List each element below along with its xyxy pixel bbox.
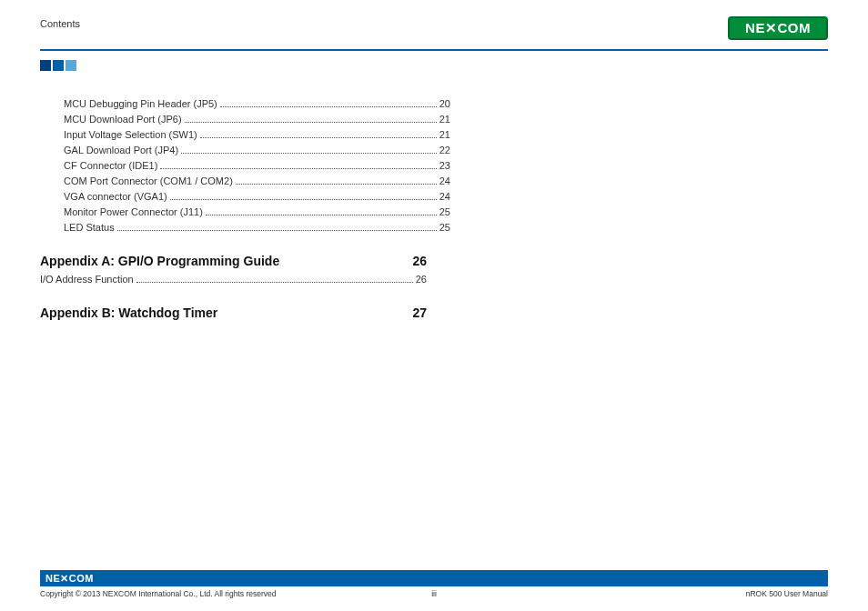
footer-page-number: iii xyxy=(431,589,437,598)
footer-copyright: Copyright © 2013 NEXCOM International Co… xyxy=(40,589,277,598)
footer-logo-bar: NE✕COM xyxy=(40,570,828,586)
toc-entry: I/O Address Function26 xyxy=(40,272,427,287)
toc-entry: COM Port Connector (COM1 / COM2)24 xyxy=(64,174,450,189)
toc-list: MCU Debugging Pin Header (JP5)20 MCU Dow… xyxy=(64,96,450,235)
page-header-title: Contents xyxy=(40,16,80,29)
page-footer: NE✕COM Copyright © 2013 NEXCOM Internati… xyxy=(40,570,828,598)
appendix-b-heading: Appendix B: Watchdog Timer 27 xyxy=(40,306,427,320)
toc-entry: CF Connector (IDE1)23 xyxy=(64,158,450,174)
toc-entry: MCU Debugging Pin Header (JP5)20 xyxy=(64,96,450,112)
toc-entry: LED Status25 xyxy=(64,220,450,235)
toc-entry: Monitor Power Connector (J11)25 xyxy=(64,205,450,220)
header-divider xyxy=(40,49,828,51)
nexcom-logo-text: NE✕COM xyxy=(745,20,811,36)
appendix-a-heading: Appendix A: GPI/O Programming Guide 26 xyxy=(40,254,427,268)
nexcom-logo-footer: NE✕COM xyxy=(45,573,94,585)
toc-entry: GAL Download Port (JP4)22 xyxy=(64,143,450,158)
toc-entry: Input Voltage Selection (SW1)21 xyxy=(64,127,450,143)
footer-manual-name: nROK 500 User Manual xyxy=(746,589,828,598)
nexcom-logo-top: NE✕COM xyxy=(728,16,828,40)
toc-entry: VGA connector (VGA1)24 xyxy=(64,189,450,205)
toc-entry: MCU Download Port (JP6)21 xyxy=(64,112,450,127)
decorative-squares xyxy=(40,58,828,75)
